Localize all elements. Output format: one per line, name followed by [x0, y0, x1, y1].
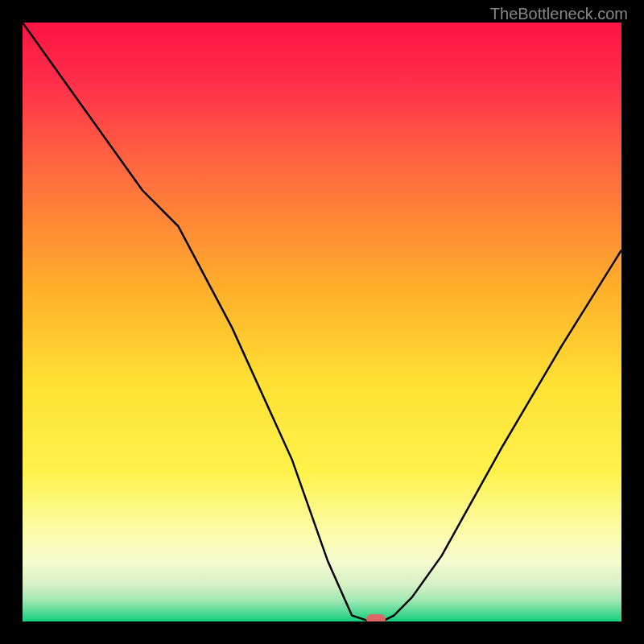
- chart-plot-area: [23, 23, 621, 621]
- optimal-marker: [366, 614, 386, 621]
- watermark-text: TheBottleneck.com: [490, 5, 628, 23]
- gradient-background: [23, 23, 621, 621]
- chart-svg: [23, 23, 621, 621]
